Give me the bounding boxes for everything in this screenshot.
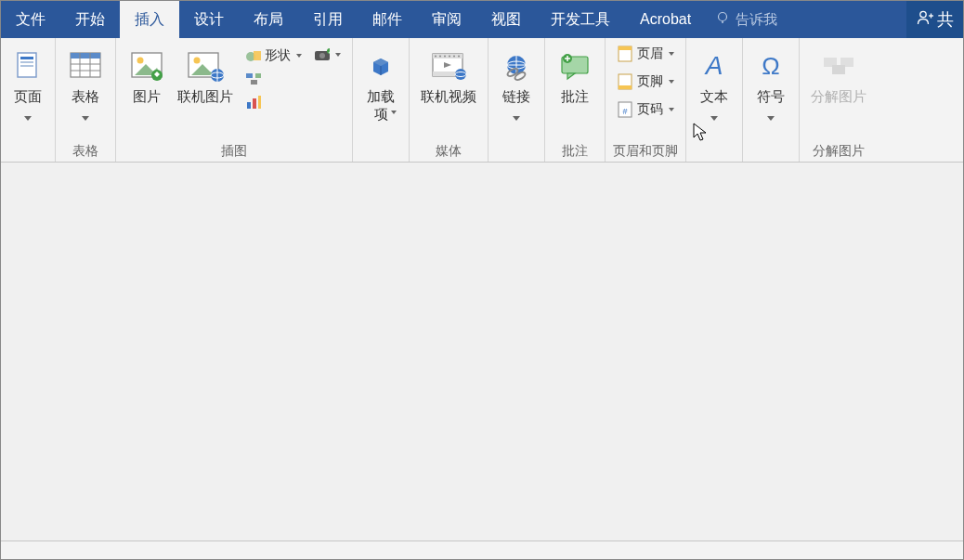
symbols-button[interactable]: Ω 符号 xyxy=(749,42,793,128)
header-button[interactable]: 页眉 xyxy=(613,44,678,64)
picture-icon xyxy=(127,46,166,86)
group-addins: 加载 项 xyxy=(353,38,410,162)
links-label: 链接 xyxy=(502,88,530,106)
tab-developer[interactable]: 开发工具 xyxy=(536,1,625,38)
svg-point-49 xyxy=(458,56,460,58)
shapes-icon xyxy=(244,47,261,64)
menubar: 文件 开始 插入 设计 布局 引用 邮件 审阅 视图 开发工具 Acrobat … xyxy=(1,1,963,38)
svg-point-21 xyxy=(194,58,201,64)
screenshot-icon: + xyxy=(313,47,330,62)
group-links: 链接 xyxy=(489,38,545,162)
addins-label: 加载 项 xyxy=(367,88,395,124)
group-header-footer: 页眉 页脚 # 页码 页眉和页脚 xyxy=(606,38,686,162)
text-button[interactable]: A 文本 xyxy=(692,42,736,128)
online-pictures-label: 联机图片 xyxy=(177,88,233,106)
tab-design[interactable]: 设计 xyxy=(179,1,239,38)
group-label-text xyxy=(692,143,736,160)
video-icon xyxy=(428,46,469,86)
online-pictures-button[interactable]: 联机图片 xyxy=(172,42,239,110)
svg-point-0 xyxy=(719,13,727,21)
online-video-label: 联机视频 xyxy=(421,88,476,106)
tab-home[interactable]: 开始 xyxy=(60,1,120,38)
chart-button[interactable] xyxy=(241,92,306,112)
svg-point-2 xyxy=(920,11,926,17)
group-tables: 表格 表格 xyxy=(56,38,116,162)
page-number-button[interactable]: # 页码 xyxy=(613,99,678,120)
page-number-label: 页码 xyxy=(637,101,663,118)
page-icon xyxy=(14,46,42,86)
header-label: 页眉 xyxy=(637,46,663,62)
svg-rect-6 xyxy=(20,57,33,59)
tab-acrobat[interactable]: Acrobat xyxy=(625,1,706,38)
ribbon: 页面 表格 表格 图片 xyxy=(1,38,963,163)
tab-file[interactable]: 文件 xyxy=(1,1,60,38)
group-label-symbols xyxy=(749,143,793,160)
group-label-illustrations: 插图 xyxy=(122,141,346,160)
omega-icon: Ω xyxy=(754,46,788,86)
pictures-label: 图片 xyxy=(133,88,161,106)
svg-text:A: A xyxy=(704,51,723,80)
svg-rect-29 xyxy=(255,73,261,78)
tab-insert[interactable]: 插入 xyxy=(120,1,179,38)
user-icon xyxy=(916,8,934,32)
table-button[interactable]: 表格 xyxy=(61,42,110,128)
tell-me-text: 告诉我 xyxy=(736,11,777,29)
screenshot-button[interactable]: + xyxy=(309,46,345,64)
chart-icon xyxy=(244,94,261,111)
chevron-down-icon xyxy=(391,111,397,114)
chevron-down-icon xyxy=(710,116,718,121)
svg-rect-31 xyxy=(247,102,251,109)
pages-button[interactable]: 页面 xyxy=(7,42,49,128)
comment-label: 批注 xyxy=(561,88,589,106)
chevron-down-icon xyxy=(669,80,674,84)
table-label: 表格 xyxy=(72,88,99,106)
svg-rect-28 xyxy=(246,73,253,78)
group-symbols: Ω 符号 xyxy=(743,38,800,162)
svg-point-45 xyxy=(439,56,441,58)
smartart-button[interactable] xyxy=(241,70,306,88)
online-video-button[interactable]: 联机视频 xyxy=(415,42,482,110)
tab-layout[interactable]: 布局 xyxy=(239,1,298,38)
tab-review[interactable]: 审阅 xyxy=(417,1,476,38)
svg-rect-10 xyxy=(71,53,100,59)
share-button[interactable]: 共 xyxy=(906,1,963,38)
group-decompose: 分解图片 分解图片 xyxy=(800,38,878,162)
document-area[interactable] xyxy=(1,163,963,540)
hyperlink-icon xyxy=(500,46,533,86)
pictures-button[interactable]: 图片 xyxy=(122,42,172,110)
group-label-comments: 批注 xyxy=(551,141,599,160)
decompose-picture-button[interactable]: 分解图片 xyxy=(805,42,872,110)
footer-button[interactable]: 页脚 xyxy=(613,72,678,92)
chevron-down-icon xyxy=(669,52,674,56)
svg-point-44 xyxy=(435,56,436,58)
tell-me-search[interactable]: 告诉我 xyxy=(706,1,787,38)
tab-view[interactable]: 视图 xyxy=(476,1,536,38)
group-label-header-footer: 页眉和页脚 xyxy=(611,141,680,160)
group-media: 联机视频 媒体 xyxy=(410,38,489,162)
chevron-down-icon xyxy=(669,108,674,111)
group-text: A 文本 xyxy=(686,38,743,162)
comment-button[interactable]: 批注 xyxy=(551,42,599,110)
footer-label: 页脚 xyxy=(637,73,663,90)
group-pages: 页面 xyxy=(1,38,56,162)
group-label-addins xyxy=(358,143,403,160)
chevron-down-icon xyxy=(296,54,302,58)
links-button[interactable]: 链接 xyxy=(494,42,539,128)
svg-point-48 xyxy=(453,56,455,58)
svg-text:#: # xyxy=(622,107,627,116)
svg-rect-30 xyxy=(251,80,257,85)
status-bar xyxy=(1,540,963,559)
chevron-down-icon xyxy=(24,116,32,121)
addins-icon xyxy=(364,46,397,86)
text-label: 文本 xyxy=(700,88,728,106)
svg-rect-33 xyxy=(258,96,261,109)
shapes-label: 形状 xyxy=(265,47,291,64)
svg-point-46 xyxy=(444,56,446,58)
svg-rect-65 xyxy=(619,46,632,50)
online-picture-icon xyxy=(184,46,227,86)
shapes-button[interactable]: 形状 xyxy=(241,46,306,66)
addins-button[interactable]: 加载 项 xyxy=(358,42,403,118)
chevron-down-icon xyxy=(767,116,775,121)
tab-references[interactable]: 引用 xyxy=(298,1,358,38)
tab-mailings[interactable]: 邮件 xyxy=(358,1,417,38)
